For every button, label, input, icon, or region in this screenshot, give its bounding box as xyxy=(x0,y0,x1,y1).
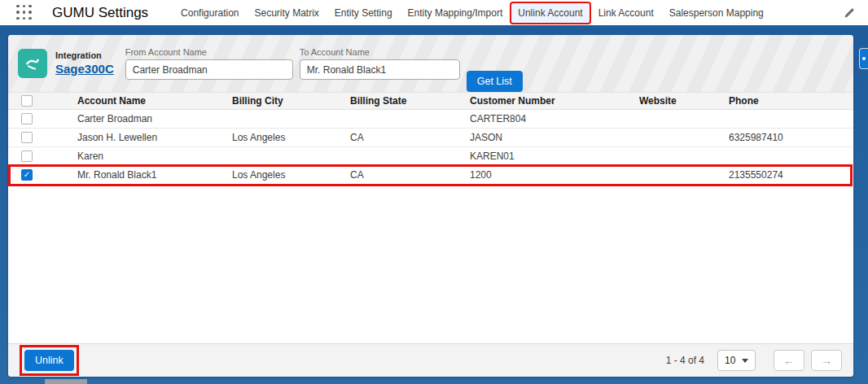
row-checkbox-checked[interactable]: ✓ xyxy=(21,169,33,181)
cell-phone: 2135550274 xyxy=(729,169,853,181)
table-row: ✓Mr. Ronald Black1Los AngelesCA120021355… xyxy=(8,166,853,185)
edit-pencil-icon[interactable] xyxy=(844,7,855,19)
app-title: GUMU Settings xyxy=(52,5,148,21)
cell-account-name: Carter Broadman xyxy=(77,113,232,124)
to-account-field: To Account Name xyxy=(300,47,460,80)
row-checkbox-cell xyxy=(8,132,77,143)
cell-phone: 6325987410 xyxy=(729,132,853,143)
arrow-right-icon: → xyxy=(821,354,832,367)
column-header-website: Website xyxy=(639,95,729,107)
cell-billing-state: CA xyxy=(350,132,470,143)
unlink-annotation-box: Unlink xyxy=(20,345,79,376)
cropped-edge-button[interactable] xyxy=(859,48,868,69)
integration-label: Integration xyxy=(55,50,114,62)
tab-entity-mapping-import[interactable]: Entity Mapping/Import xyxy=(401,3,510,23)
horizontal-scrollbar-thumb[interactable] xyxy=(45,379,87,384)
panel-footer: Unlink 1 - 4 of 4 10 ← → xyxy=(8,343,853,377)
empty-table-space xyxy=(8,185,853,343)
panel-header: Integration Sage300C From Account Name T… xyxy=(8,35,853,92)
cell-billing-city: Los Angeles xyxy=(232,132,350,143)
page-size-value: 10 xyxy=(725,355,735,366)
from-account-input[interactable] xyxy=(125,59,293,80)
tab-link-account[interactable]: Link Account xyxy=(592,3,660,23)
page-background: Integration Sage300C From Account Name T… xyxy=(0,25,868,384)
cell-customer-number: KAREN01 xyxy=(470,151,639,162)
column-header-phone: Phone xyxy=(729,95,853,107)
app-launcher-icon[interactable] xyxy=(16,5,33,21)
previous-page-button[interactable]: ← xyxy=(774,350,804,371)
column-header-billing-city: Billing City xyxy=(232,95,350,107)
get-list-button[interactable]: Get List xyxy=(467,71,523,92)
row-checkbox-cell xyxy=(8,113,77,124)
unlink-account-panel: Integration Sage300C From Account Name T… xyxy=(8,35,853,377)
integration-handshake-icon xyxy=(18,49,47,78)
cell-customer-number: 1200 xyxy=(470,169,639,181)
select-all-cell xyxy=(8,95,77,107)
tab-unlink-account[interactable]: Unlink Account xyxy=(511,3,589,23)
column-header-customer-number: Customer Number xyxy=(470,95,639,107)
tab-security-matrix[interactable]: Security Matrix xyxy=(248,3,325,23)
cropped-edge-button-icon xyxy=(862,57,866,60)
row-checkbox[interactable] xyxy=(21,151,33,162)
table-row: Jason H. LewellenLos AngelesCAJASON63259… xyxy=(8,129,853,147)
from-account-label: From Account Name xyxy=(125,47,293,57)
cell-account-name: Jason H. Lewellen xyxy=(77,132,232,143)
chevron-down-icon xyxy=(742,359,748,363)
integration-name-link[interactable]: Sage300C xyxy=(55,62,114,77)
record-range-text: 1 - 4 of 4 xyxy=(666,355,704,366)
tab-entity-setting[interactable]: Entity Setting xyxy=(328,3,399,23)
column-header-billing-state: Billing State xyxy=(350,95,470,107)
cell-account-name: Mr. Ronald Black1 xyxy=(77,169,232,181)
cell-customer-number: JASON xyxy=(470,132,639,143)
top-navigation-bar: GUMU Settings ConfigurationSecurity Matr… xyxy=(0,0,868,25)
select-all-checkbox[interactable] xyxy=(21,95,33,107)
from-account-field: From Account Name xyxy=(125,47,293,80)
table-row: KarenKAREN01 xyxy=(8,147,853,166)
column-header-account-name: Account Name xyxy=(77,95,232,107)
tab-configuration[interactable]: Configuration xyxy=(174,3,245,23)
cell-account-name: Karen xyxy=(77,151,232,162)
table-body: Carter BroadmanCARTER804Jason H. Lewelle… xyxy=(8,110,853,185)
to-account-label: To Account Name xyxy=(300,47,460,57)
table-header-row: Account NameBilling CityBilling StateCus… xyxy=(8,92,853,110)
tab-salesperson-mapping[interactable]: Salesperson Mapping xyxy=(663,3,770,23)
table-row: Carter BroadmanCARTER804 xyxy=(8,110,853,129)
page-size-dropdown[interactable]: 10 xyxy=(717,350,756,371)
row-checkbox[interactable] xyxy=(21,113,33,124)
next-page-button[interactable]: → xyxy=(811,350,842,371)
arrow-left-icon: ← xyxy=(783,354,795,367)
cell-billing-city: Los Angeles xyxy=(232,169,350,181)
unlink-button[interactable]: Unlink xyxy=(24,350,74,371)
cell-billing-state: CA xyxy=(350,169,470,181)
to-account-input[interactable] xyxy=(300,59,460,80)
row-checkbox[interactable] xyxy=(21,132,33,143)
cell-customer-number: CARTER804 xyxy=(470,113,639,124)
row-checkbox-cell: ✓ xyxy=(8,169,77,181)
tab-bar: ConfigurationSecurity MatrixEntity Setti… xyxy=(174,3,773,23)
pagination: 1 - 4 of 4 10 ← → xyxy=(666,350,842,371)
row-checkbox-cell xyxy=(8,151,77,162)
